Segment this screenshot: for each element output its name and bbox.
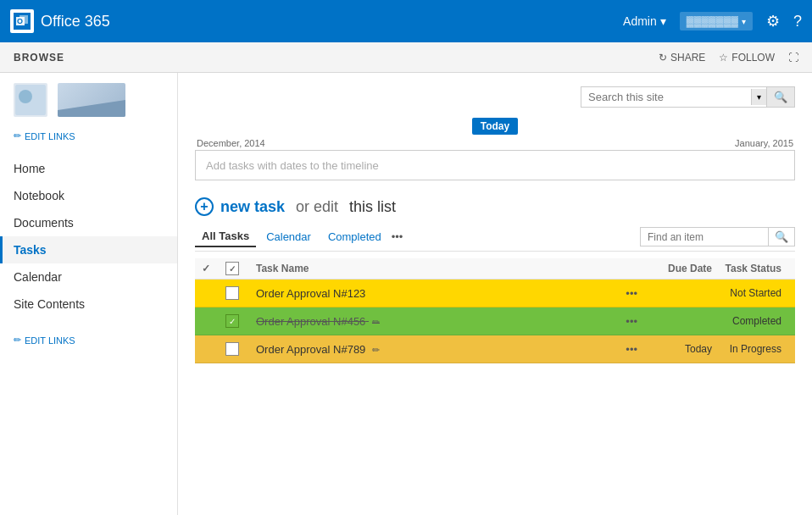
search-dropdown-button[interactable]: ▾ bbox=[751, 89, 766, 105]
browse-label: BROWSE bbox=[14, 52, 64, 64]
sidebar-edit-links-top[interactable]: ✏ EDIT LINKS bbox=[0, 127, 177, 148]
site-logo-wide bbox=[58, 83, 125, 117]
row1-checkbox-col bbox=[225, 286, 249, 300]
timeline-bar[interactable]: Add tasks with dates to the timeline bbox=[195, 150, 795, 180]
task-row: Order Approval N#123 ••• Not Started bbox=[195, 280, 795, 307]
sidebar: ✏ EDIT LINKS Home Notebook Documents Tas… bbox=[0, 73, 178, 515]
timeline-dates: December, 2014 January, 2015 bbox=[195, 138, 795, 148]
sidebar-nav: Home Notebook Documents Tasks Calendar S… bbox=[0, 155, 177, 318]
header-task-name: Task Name bbox=[249, 263, 644, 274]
sidebar-item-site-contents[interactable]: Site Contents bbox=[0, 291, 177, 318]
row1-task-name: Order Approval N#123 bbox=[249, 287, 626, 300]
row3-task-name: Order Approval N#789 ✏ bbox=[249, 343, 626, 356]
search-icon: 🔍 bbox=[774, 91, 787, 103]
find-item-button[interactable]: 🔍 bbox=[768, 228, 794, 246]
row3-checkbox[interactable] bbox=[225, 342, 239, 356]
browse-bar: BROWSE ↻ SHARE ☆ FOLLOW ⛶ bbox=[0, 42, 812, 73]
content-area: ▾ 🔍 Today December, 2014 January, 2015 A… bbox=[178, 73, 812, 515]
row2-task-name: Order Approval N#456 ✏ bbox=[249, 315, 626, 328]
timeline-container: Today December, 2014 January, 2015 Add t… bbox=[195, 118, 795, 180]
search-dropdown-arrow: ▾ bbox=[757, 92, 761, 102]
this-list-label: this list bbox=[349, 198, 396, 216]
row3-due-date: Today bbox=[644, 343, 712, 355]
new-task-icon[interactable]: + bbox=[195, 197, 214, 216]
tab-completed[interactable]: Completed bbox=[321, 227, 388, 246]
sidebar-item-notebook[interactable]: Notebook bbox=[0, 182, 177, 209]
svg-point-4 bbox=[19, 90, 32, 103]
more-tabs-button[interactable]: ••• bbox=[392, 230, 403, 243]
user-area[interactable]: ▓▓▓▓▓▓▓ ▾ bbox=[680, 12, 753, 30]
header-checkbox[interactable]: ✓ bbox=[225, 262, 239, 275]
follow-label: FOLLOW bbox=[731, 52, 775, 64]
row1-more-button[interactable]: ••• bbox=[626, 287, 637, 300]
row3-edit-icon[interactable]: ✏ bbox=[372, 345, 380, 355]
edit-links-label-top: EDIT LINKS bbox=[25, 131, 75, 141]
row3-checkbox-col bbox=[225, 342, 249, 356]
share-label: SHARE bbox=[670, 52, 705, 64]
logo-inner: O bbox=[14, 13, 31, 30]
find-item-box: 🔍 bbox=[640, 227, 795, 246]
task-row: ✓ Order Approval N#456 ✏ ••• Completed bbox=[195, 307, 795, 335]
top-navigation: O Office 365 Admin ▾ ▓▓▓▓▓▓▓ ▾ ⚙ ? bbox=[0, 0, 812, 42]
admin-dropdown-arrow: ▾ bbox=[660, 14, 666, 28]
follow-button[interactable]: ☆ FOLLOW bbox=[719, 52, 775, 64]
search-go-button[interactable]: 🔍 bbox=[766, 87, 794, 107]
focus-icon: ⛶ bbox=[788, 52, 798, 64]
header-due-date: Due Date bbox=[644, 263, 712, 274]
sidebar-item-tasks[interactable]: Tasks bbox=[0, 236, 177, 263]
site-logo-small bbox=[14, 83, 47, 117]
pencil-icon-top: ✏ bbox=[14, 130, 21, 141]
share-button[interactable]: ↻ SHARE bbox=[659, 52, 705, 64]
nav-right: Admin ▾ ▓▓▓▓▓▓▓ ▾ ⚙ ? bbox=[623, 12, 802, 30]
find-item-input[interactable] bbox=[641, 229, 768, 246]
row2-checkbox-col: ✓ bbox=[225, 314, 249, 328]
tab-calendar[interactable]: Calendar bbox=[259, 227, 318, 246]
row2-checkbox[interactable]: ✓ bbox=[225, 314, 239, 328]
new-task-label[interactable]: new task bbox=[220, 198, 285, 216]
user-dropdown: ▾ bbox=[742, 17, 746, 26]
today-badge: Today bbox=[472, 118, 518, 135]
or-label: or edit bbox=[292, 198, 342, 216]
header-checkbox-col: ✓ bbox=[225, 262, 249, 275]
row2-more-button[interactable]: ••• bbox=[626, 315, 637, 328]
sidebar-item-calendar[interactable]: Calendar bbox=[0, 263, 177, 291]
sidebar-edit-links-bottom[interactable]: ✏ EDIT LINKS bbox=[0, 324, 177, 356]
task-section-header: + new task or edit this list bbox=[195, 197, 795, 216]
sidebar-logo-area bbox=[0, 73, 177, 127]
row3-more-button[interactable]: ••• bbox=[626, 343, 637, 356]
nav-left: O Office 365 bbox=[10, 9, 110, 33]
row1-checkbox[interactable] bbox=[225, 286, 239, 300]
svg-text:O: O bbox=[17, 17, 23, 25]
gear-button[interactable]: ⚙ bbox=[766, 12, 780, 30]
timeline-header: Today bbox=[195, 118, 795, 135]
row3-status: In Progress bbox=[712, 343, 788, 355]
row1-status: Not Started bbox=[712, 287, 788, 299]
admin-label: Admin bbox=[623, 14, 657, 28]
sidebar-item-documents[interactable]: Documents bbox=[0, 209, 177, 236]
office-logo: O bbox=[10, 9, 34, 33]
timeline-left-date: December, 2014 bbox=[197, 138, 265, 148]
tab-all-tasks[interactable]: All Tasks bbox=[195, 226, 256, 247]
help-button[interactable]: ? bbox=[793, 13, 802, 30]
task-tabs: All Tasks Calendar Completed ••• 🔍 bbox=[195, 226, 795, 252]
pencil-icon-bottom: ✏ bbox=[14, 335, 21, 346]
edit-links-label-bottom: EDIT LINKS bbox=[25, 335, 75, 346]
app-title: Office 365 bbox=[41, 13, 110, 30]
admin-button[interactable]: Admin ▾ bbox=[623, 14, 666, 28]
search-box: ▾ 🔍 bbox=[581, 86, 795, 108]
task-row: Order Approval N#789 ✏ ••• Today In Prog… bbox=[195, 335, 795, 363]
timeline-placeholder: Add tasks with dates to the timeline bbox=[206, 159, 379, 172]
header-check[interactable]: ✓ bbox=[202, 263, 225, 274]
row2-status: Completed bbox=[712, 315, 788, 327]
search-input[interactable] bbox=[581, 87, 751, 107]
follow-icon: ☆ bbox=[719, 52, 728, 64]
find-search-icon: 🔍 bbox=[775, 230, 788, 243]
timeline-right-date: January, 2015 bbox=[735, 138, 793, 148]
share-icon: ↻ bbox=[659, 52, 667, 64]
focus-button[interactable]: ⛶ bbox=[788, 52, 798, 64]
sidebar-item-home[interactable]: Home bbox=[0, 155, 177, 182]
header-task-status: Task Status bbox=[712, 263, 788, 274]
browse-actions: ↻ SHARE ☆ FOLLOW ⛶ bbox=[659, 52, 798, 64]
row2-edit-icon[interactable]: ✏ bbox=[372, 317, 380, 327]
search-bar-area: ▾ 🔍 bbox=[195, 86, 795, 108]
